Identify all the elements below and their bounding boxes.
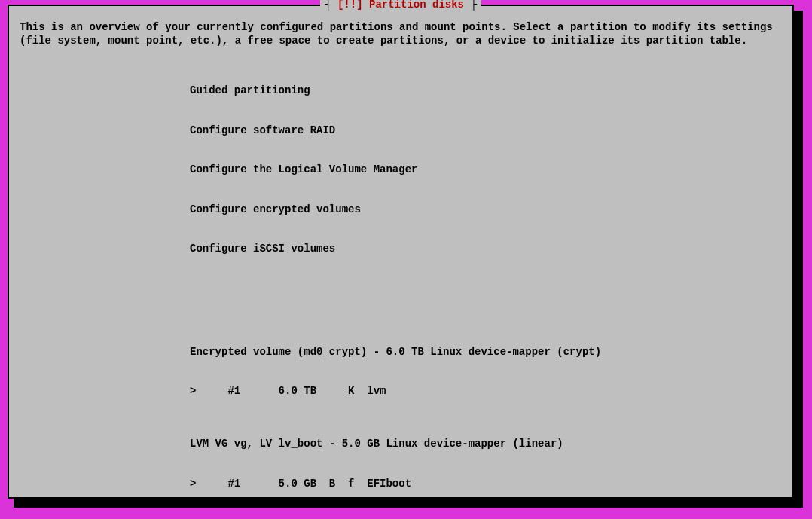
dialog-title: ┤ [!!] Partition disks ├ [320,0,481,12]
menu-lvm[interactable]: Configure the Logical Volume Manager [190,163,792,177]
partition-line[interactable]: > #1 5.0 GB B f EFIboot [190,478,792,491]
description-text: This is an overview of your currently co… [9,6,792,52]
menu-area: Guided partitioning Configure software R… [9,52,792,519]
menu-iscsi[interactable]: Configure iSCSI volumes [190,243,792,256]
partition-dialog: ┤ [!!] Partition disks ├ This is an over… [8,5,794,499]
menu-encrypted[interactable]: Configure encrypted volumes [190,203,792,217]
dialog-title-bar: ┤ [!!] Partition disks ├ [9,0,792,12]
device-header[interactable]: LVM VG vg, LV lv_boot - 5.0 GB Linux dev… [190,438,792,451]
menu-raid[interactable]: Configure software RAID [190,124,792,138]
device-header[interactable]: Encrypted volume (md0_crypt) - 6.0 TB Li… [190,346,792,359]
menu-guided[interactable]: Guided partitioning [190,84,792,98]
partition-line[interactable]: > #1 6.0 TB K lvm [190,385,792,398]
